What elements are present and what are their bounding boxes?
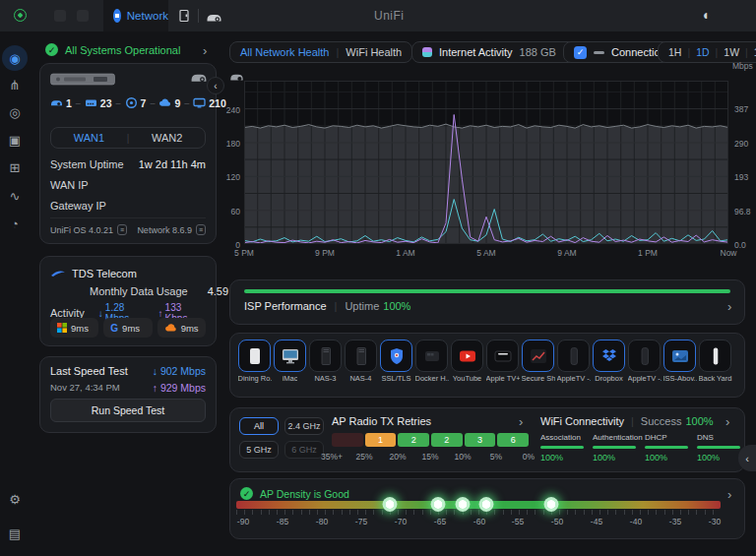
range-1d[interactable]: 1D xyxy=(696,46,709,58)
collapse-panel-button[interactable]: ‹ xyxy=(207,77,224,94)
sidebar-item-insights[interactable]: ◔ xyxy=(2,211,28,236)
device-tile[interactable]: YouTube xyxy=(451,340,483,383)
device-tile-label: AppleTV -.. xyxy=(628,374,662,383)
internet-activity-legend[interactable]: Internet Activity 188 GB ⌄ xyxy=(411,41,583,63)
sidebar-item-ports[interactable]: ⋔ xyxy=(2,72,28,97)
device-tile[interactable]: Back Yard.. xyxy=(699,340,731,383)
ap-dot[interactable] xyxy=(456,497,471,512)
device-tiles-row: Dining Ro..iMacNAS-3NAS-4SSL/TLSDocker H… xyxy=(238,340,731,383)
wan-tab-wan1[interactable]: WAN1 xyxy=(51,132,127,144)
collapse-right-button[interactable]: ‹ xyxy=(738,445,756,471)
microsoft-icon xyxy=(57,323,67,333)
wan-tabs: WAN1|WAN2 xyxy=(50,127,206,149)
sidebar-item-settings[interactable]: ⚙ xyxy=(2,486,28,512)
console-status-icon[interactable] xyxy=(14,9,27,22)
tab-wifi-health[interactable]: WiFi Health xyxy=(346,46,402,58)
cloudflare-icon xyxy=(164,324,177,332)
health-tab-divider: | xyxy=(336,46,339,58)
wan-tab-wan2[interactable]: WAN2 xyxy=(129,132,205,144)
band-button-all[interactable]: All xyxy=(239,417,279,435)
sidebar-item-system-log[interactable]: ▤ xyxy=(2,521,28,546)
nas-device-icon xyxy=(345,340,377,372)
sidebar-item-radios[interactable]: ∿ xyxy=(2,183,28,209)
tx-segment: 2 xyxy=(431,433,463,447)
device-tile[interactable]: Docker H.. xyxy=(415,340,448,383)
x-tick: 9 PM xyxy=(315,248,335,258)
ping-badges-row: 9msG9ms9ms xyxy=(50,318,206,338)
device-tile[interactable]: Secure Sh.. xyxy=(522,340,554,383)
gateway-icon xyxy=(50,96,63,109)
status-chevron-icon[interactable]: › xyxy=(203,43,207,58)
changelog-badge-icon[interactable]: ≡ xyxy=(117,224,127,235)
band-button-5ghz[interactable]: 5 GHz xyxy=(239,441,279,459)
device-tile[interactable]: Apple TV+ xyxy=(486,340,519,383)
switch-icon xyxy=(85,96,97,109)
wifi-metric-label: DNS xyxy=(697,433,742,442)
isp-performance-chevron-icon[interactable]: › xyxy=(727,299,731,314)
isp-performance-card[interactable]: ISP Performance | Uptime 100% › xyxy=(229,279,745,325)
ping-value: 9ms xyxy=(181,323,199,334)
y-left-tick: 240 xyxy=(219,105,240,115)
device-tile[interactable]: Dropbox xyxy=(593,340,625,383)
device-tile[interactable]: NAS-3 xyxy=(309,340,342,383)
theme-toggle-icon[interactable]: ◐ xyxy=(703,7,711,23)
wifi-success-value: 100% xyxy=(685,415,713,427)
device-counts-row[interactable]: 1–23–7–9–210 xyxy=(50,96,210,109)
sidebar-item-dashboard[interactable]: ◉ xyxy=(2,45,28,71)
ap-dot[interactable] xyxy=(479,497,494,512)
device-tile[interactable]: iMac xyxy=(274,340,306,383)
ap-density-chevron-icon[interactable]: › xyxy=(727,487,731,502)
imac-device-icon xyxy=(274,340,306,372)
tx-segment: 1 xyxy=(365,433,397,447)
door-device-icon xyxy=(238,340,271,372)
y-right-tick: 96.8 xyxy=(734,207,751,216)
speedtest-label: Last Speed Test xyxy=(50,365,128,377)
tx-scale-label: 25% xyxy=(355,452,372,462)
range-1w[interactable]: 1W xyxy=(724,46,739,58)
tab-all-network-health[interactable]: All Network Health xyxy=(240,46,329,58)
band-button-24ghz[interactable]: 2.4 GHz xyxy=(284,417,324,435)
device-tile[interactable]: AppleTV -.. xyxy=(628,340,661,383)
ap-dot[interactable] xyxy=(544,497,559,512)
activity-chart[interactable] xyxy=(244,81,728,244)
drive-app-icon[interactable] xyxy=(206,10,222,28)
sidebar-item-applications[interactable]: ⊞ xyxy=(2,154,28,180)
tx-retries-chevron-icon[interactable]: › xyxy=(519,414,523,429)
range-divider: | xyxy=(745,46,748,58)
app-icon-dim-1[interactable] xyxy=(54,10,66,22)
device-tile[interactable]: ISS-Abov.. xyxy=(663,340,696,383)
uptime-label: Uptime xyxy=(345,300,379,312)
wifi-metric-value: 100% xyxy=(697,453,742,463)
ap-dot[interactable] xyxy=(383,497,398,512)
tab-network[interactable]: Network xyxy=(103,0,168,31)
network-app-icon xyxy=(113,9,121,23)
x-tick: Now xyxy=(720,248,736,258)
version-2: Network 8.6.9≡ xyxy=(137,224,206,235)
device-tile[interactable]: NAS-4 xyxy=(345,340,377,383)
range-1h[interactable]: 1H xyxy=(668,46,681,58)
protect-app-icon[interactable] xyxy=(177,9,191,27)
connections-checkbox[interactable]: ✓ xyxy=(574,46,587,59)
sidebar-item-unifi-devices[interactable]: ◎ xyxy=(2,99,28,125)
wifi-connectivity-chevron-icon[interactable]: › xyxy=(725,414,729,429)
run-speed-test-button[interactable]: Run Speed Test xyxy=(50,399,206,422)
count-separator: – xyxy=(184,98,189,108)
sidebar-item-clients[interactable]: ▣ xyxy=(2,127,28,153)
device-tile[interactable]: AppleTV -.. xyxy=(557,340,590,383)
device-tile[interactable]: SSL/TLS xyxy=(380,340,412,383)
access-point-icon xyxy=(125,96,138,109)
speedtest-download: 902 Mbps xyxy=(160,365,206,377)
gauge-scale-label: -35 xyxy=(669,517,681,526)
topbar: Network UniFi ◐ xyxy=(0,0,756,31)
console-card: 1–23–7–9–210 WAN1|WAN2 System Uptime1w 2… xyxy=(39,63,217,244)
range-divider: | xyxy=(687,46,690,58)
system-status-row[interactable]: ✓ All Systems Operational xyxy=(45,43,180,56)
app-icon-dim-2[interactable] xyxy=(77,10,89,22)
wifi-metric-label: DHCP xyxy=(645,433,690,442)
device-tile[interactable]: Dining Ro.. xyxy=(238,340,271,383)
changelog-badge-icon[interactable]: ≡ xyxy=(196,224,206,235)
ap-dot[interactable] xyxy=(431,497,446,512)
gauge-scale-label: -50 xyxy=(551,517,563,526)
gateway-device-image xyxy=(50,72,115,90)
device-tile-label: Docker H.. xyxy=(415,374,449,383)
